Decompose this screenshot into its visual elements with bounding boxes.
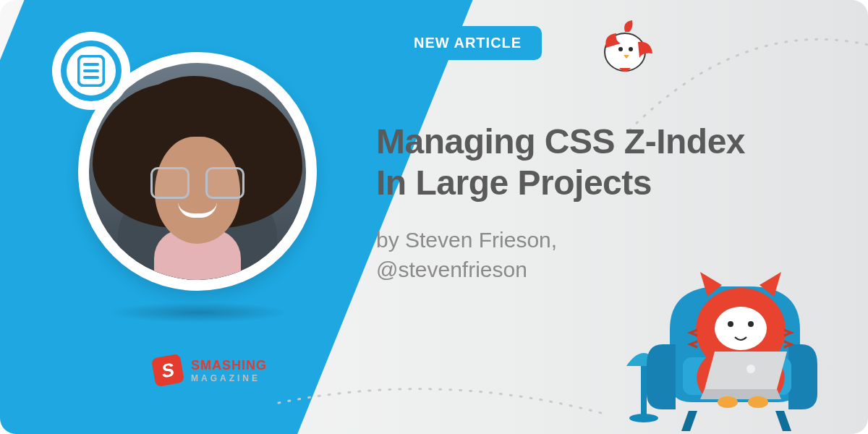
avatar-shadow [109,302,289,323]
social-card: NEW ARTICLE Managing CSS Z-Index In Larg… [0,0,868,434]
article-type-badge [52,32,130,110]
author-photo [89,63,306,280]
svg-point-16 [746,365,755,373]
svg-point-18 [748,396,768,408]
brand-mark-glyph: S [160,358,176,383]
brand-mark: S [151,354,184,387]
decorative-dots-top [622,22,868,137]
brand-subname: MAGAZINE [191,373,267,383]
brand-logo: S SMASHING MAGAZINE [153,356,267,385]
article-title: Managing CSS Z-Index In Large Projects [376,122,810,203]
byline-author: by Steven Frieson, [376,228,557,252]
cat-mascot-icon [619,221,858,434]
svg-rect-7 [641,366,647,417]
decorative-dots-bottom [275,378,608,428]
svg-point-6 [629,47,633,51]
new-article-pill: NEW ARTICLE [393,26,542,60]
svg-point-17 [718,396,738,408]
bird-mascot-icon [595,17,655,78]
title-line-1: Managing CSS Z-Index [376,122,745,161]
svg-point-8 [629,414,658,422]
article-byline: by Steven Frieson, @stevenfrieson [376,226,557,284]
svg-point-14 [728,321,733,327]
brand-name: SMASHING [191,358,267,373]
byline-handle: @stevenfrieson [376,258,527,281]
title-line-2: In Large Projects [376,163,652,202]
document-icon [77,55,105,87]
svg-point-11 [715,307,767,350]
svg-point-15 [748,321,754,327]
svg-point-5 [618,47,623,51]
pill-label: NEW ARTICLE [414,35,522,51]
